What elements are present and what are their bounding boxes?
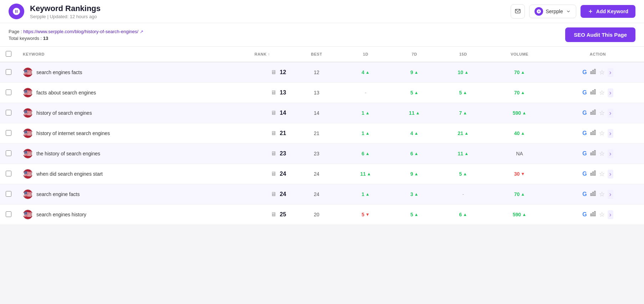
google-search-icon[interactable]: G — [582, 211, 587, 218]
keyword-text: search engines history — [36, 212, 86, 217]
row-checkbox[interactable] — [6, 171, 11, 176]
chart-icon[interactable] — [590, 68, 596, 76]
row-checkbox[interactable] — [6, 150, 11, 156]
star-icon[interactable]: ☆ — [599, 89, 605, 97]
plus-icon — [588, 9, 593, 14]
google-search-icon[interactable]: G — [582, 191, 587, 197]
best-cell: 14 — [292, 103, 341, 123]
rank-cell: 🖥 24 — [233, 184, 292, 205]
d1-cell: 11▲ — [341, 164, 390, 184]
best-value: 24 — [314, 191, 320, 197]
d7-cell: 6▲ — [390, 144, 439, 164]
monitor-icon: 🖥 — [271, 211, 276, 218]
svg-rect-24 — [591, 214, 592, 216]
row-checkbox-cell[interactable] — [0, 144, 17, 164]
row-checkbox-cell[interactable] — [0, 83, 17, 103]
flag-icon: 🇺🇸 — [23, 67, 33, 77]
flag-icon: 🇺🇸 — [23, 88, 33, 98]
flag-icon: 🇺🇸 — [23, 210, 33, 220]
d15-change: - — [444, 191, 482, 197]
volume-value: 30▼ — [493, 171, 546, 177]
chart-icon[interactable] — [590, 211, 596, 218]
svg-rect-12 — [591, 133, 592, 135]
chart-icon[interactable] — [590, 89, 596, 97]
add-keyword-button[interactable]: Add Keyword — [581, 5, 635, 18]
expand-icon[interactable]: › — [608, 170, 613, 179]
workspace-logo — [535, 7, 543, 16]
star-icon[interactable]: ☆ — [599, 109, 605, 117]
chart-icon[interactable] — [590, 109, 596, 117]
expand-icon[interactable]: › — [608, 68, 613, 77]
d15-change: 10▲ — [444, 69, 482, 75]
chart-icon[interactable] — [590, 190, 596, 198]
google-search-icon[interactable]: G — [582, 89, 587, 96]
rank-cell: 🖥 21 — [233, 123, 292, 144]
row-checkbox-cell[interactable] — [0, 184, 17, 205]
expand-icon[interactable]: › — [608, 190, 613, 199]
chart-icon[interactable] — [590, 170, 596, 178]
google-search-icon[interactable]: G — [582, 69, 587, 76]
rank-value: 24 — [280, 171, 286, 177]
star-icon[interactable]: ☆ — [599, 211, 605, 218]
col-best: BEST — [292, 47, 341, 62]
row-checkbox[interactable] — [6, 110, 11, 115]
google-search-icon[interactable]: G — [582, 150, 587, 157]
rank-cell: 🖥 23 — [233, 144, 292, 164]
workspace-dropdown[interactable]: Serpple — [529, 5, 576, 18]
d7-change: 9▲ — [396, 69, 433, 75]
row-checkbox-cell[interactable] — [0, 62, 17, 83]
star-icon[interactable]: ☆ — [599, 129, 605, 137]
d15-cell: - — [439, 184, 487, 205]
page-url-link[interactable]: https://www.serpple.com/blog/history-of-… — [23, 29, 138, 34]
row-checkbox[interactable] — [6, 191, 11, 197]
star-icon[interactable]: ☆ — [599, 68, 605, 76]
star-icon[interactable]: ☆ — [599, 150, 605, 158]
row-checkbox-cell[interactable] — [0, 164, 17, 184]
row-checkbox[interactable] — [6, 89, 11, 95]
action-cell: G ☆ › — [552, 164, 644, 184]
table-row: 🇺🇸 the history of search engines 🖥 23 23… — [0, 144, 644, 164]
expand-icon[interactable]: › — [608, 149, 613, 158]
d15-cell: 7▲ — [439, 103, 487, 123]
d7-cell: 9▲ — [390, 62, 439, 83]
star-icon[interactable]: ☆ — [599, 190, 605, 198]
best-value: 14 — [314, 110, 320, 116]
col-rank[interactable]: RANK ↑ — [233, 47, 292, 62]
keyword-cell: 🇺🇸 when did search engines start — [17, 164, 233, 184]
d15-cell: 11▲ — [439, 144, 487, 164]
chart-icon[interactable] — [590, 129, 596, 137]
expand-icon[interactable]: › — [608, 109, 613, 118]
d1-change: 4▲ — [347, 69, 384, 75]
external-link-icon[interactable]: ↗ — [140, 29, 143, 34]
star-icon[interactable]: ☆ — [599, 170, 605, 178]
select-all-checkbox[interactable] — [6, 51, 11, 57]
expand-icon[interactable]: › — [608, 210, 613, 219]
google-search-icon[interactable]: G — [582, 130, 587, 136]
row-checkbox[interactable] — [6, 130, 11, 136]
best-cell: 20 — [292, 205, 341, 225]
seo-audit-button[interactable]: SEO Audit This Page — [565, 27, 635, 42]
svg-rect-18 — [591, 173, 592, 175]
row-checkbox-cell[interactable] — [0, 123, 17, 144]
action-cell: G ☆ › — [552, 83, 644, 103]
chart-icon[interactable] — [590, 150, 596, 158]
select-all-header[interactable] — [0, 47, 17, 62]
best-value: 12 — [314, 69, 320, 75]
d15-cell: 6▲ — [439, 205, 487, 225]
keyword-text: facts about search engines — [36, 90, 96, 96]
table-header-row: KEYWORD RANK ↑ BEST 1D 7D 15D VOLUME ACT… — [0, 47, 644, 62]
flag-icon: 🇺🇸 — [23, 149, 33, 159]
row-checkbox[interactable] — [6, 69, 11, 75]
row-checkbox[interactable] — [6, 211, 11, 217]
row-checkbox-cell[interactable] — [0, 205, 17, 225]
google-search-icon[interactable]: G — [582, 110, 587, 116]
volume-value: 40▲ — [493, 130, 546, 136]
svg-rect-3 — [591, 72, 592, 74]
expand-icon[interactable]: › — [608, 88, 613, 97]
google-search-icon[interactable]: G — [582, 171, 587, 177]
notification-button[interactable] — [511, 4, 525, 19]
svg-rect-25 — [592, 212, 593, 216]
expand-icon[interactable]: › — [608, 129, 613, 138]
row-checkbox-cell[interactable] — [0, 103, 17, 123]
d7-cell: 3▲ — [390, 184, 439, 205]
